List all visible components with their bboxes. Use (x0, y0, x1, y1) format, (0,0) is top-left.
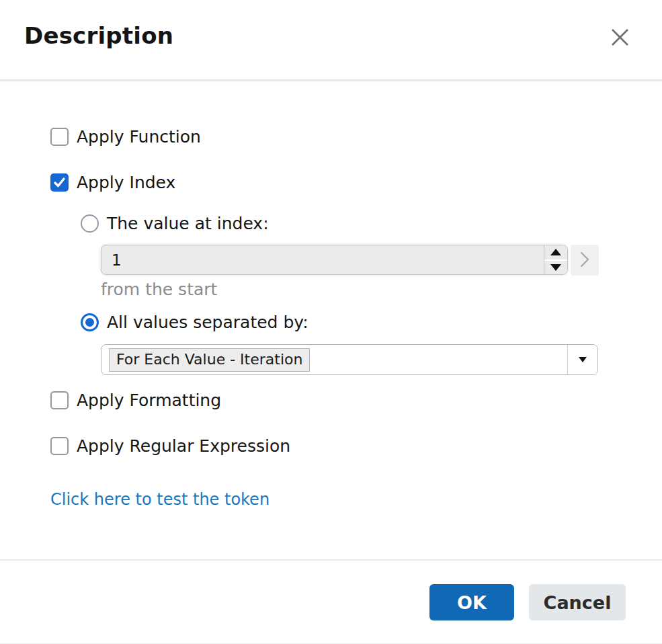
dropdown-arrow-icon (579, 357, 587, 362)
token-chip[interactable]: For Each Value - Iteration (109, 348, 310, 372)
value-at-index-label: The value at index: (107, 214, 269, 233)
index-hint-text: from the start (101, 280, 217, 299)
all-values-label: All values separated by: (107, 313, 308, 332)
apply-formatting-label: Apply Formatting (77, 391, 221, 410)
apply-function-row[interactable]: Apply Function (50, 127, 201, 147)
apply-regex-checkbox[interactable] (50, 437, 69, 455)
apply-function-checkbox[interactable] (50, 128, 69, 146)
separator-combobox[interactable]: For Each Value - Iteration (101, 344, 598, 375)
header-divider (0, 79, 662, 81)
triangle-up-icon (550, 249, 561, 255)
chevron-right-icon (579, 251, 590, 270)
expand-index-button[interactable] (571, 245, 599, 276)
cancel-button[interactable]: Cancel (529, 584, 626, 620)
apply-function-label: Apply Function (77, 127, 201, 147)
apply-index-label: Apply Index (77, 173, 175, 192)
apply-index-checkbox[interactable] (50, 173, 69, 192)
apply-regex-row[interactable]: Apply Regular Expression (50, 436, 290, 456)
dialog-title: Description (24, 22, 173, 49)
apply-formatting-checkbox[interactable] (50, 391, 69, 409)
value-at-index-radio[interactable] (81, 214, 99, 233)
apply-index-row[interactable]: Apply Index (50, 173, 175, 192)
radio-dot (85, 318, 94, 327)
checkmark-icon (53, 176, 66, 189)
value-at-index-row[interactable]: The value at index: (81, 214, 269, 233)
spinner-down-button[interactable] (544, 261, 567, 275)
description-dialog: Description Apply Function Apply Index (0, 0, 662, 644)
apply-regex-label: Apply Regular Expression (77, 436, 290, 456)
all-values-row[interactable]: All values separated by: (81, 313, 308, 332)
close-icon (610, 28, 630, 49)
all-values-radio[interactable] (81, 313, 99, 331)
footer-divider (0, 559, 662, 561)
close-button[interactable] (608, 27, 631, 50)
ok-button[interactable]: OK (429, 584, 514, 620)
apply-formatting-row[interactable]: Apply Formatting (50, 391, 221, 410)
separator-dropdown-button[interactable] (567, 345, 597, 374)
index-input-value[interactable]: 1 (101, 245, 544, 274)
test-token-link[interactable]: Click here to test the token (50, 490, 270, 509)
separator-input[interactable]: For Each Value - Iteration (101, 345, 567, 374)
spinner-up-button[interactable] (544, 245, 567, 261)
triangle-down-icon (550, 264, 561, 271)
number-spinner (544, 245, 567, 274)
index-number-input[interactable]: 1 (101, 245, 568, 275)
